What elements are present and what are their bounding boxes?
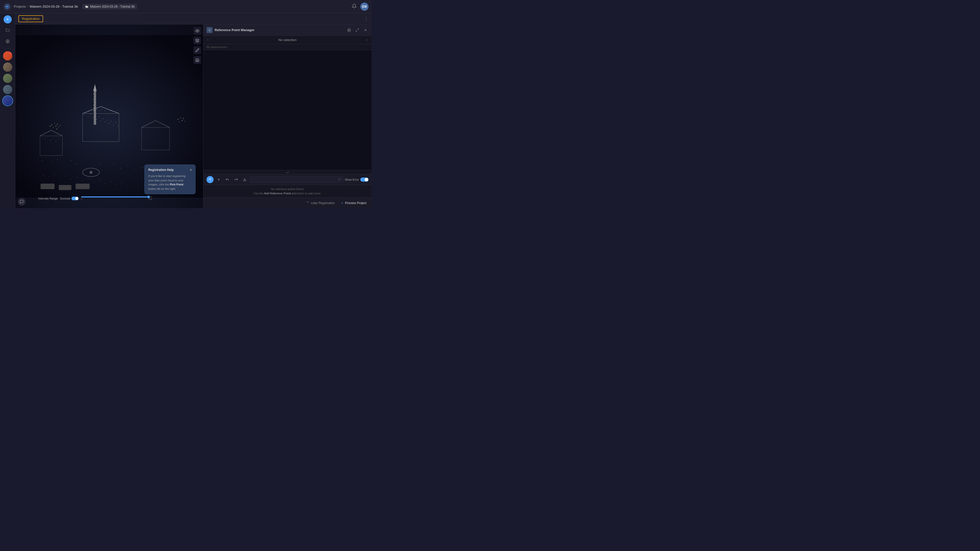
viewer-toolbar xyxy=(193,27,201,64)
selection-prev-button[interactable]: ← xyxy=(207,38,210,42)
svg-point-39 xyxy=(92,118,93,118)
svg-point-55 xyxy=(94,102,95,103)
svg-point-136 xyxy=(133,136,133,136)
sidebar-project-2[interactable] xyxy=(3,62,12,72)
rpm-expand-button[interactable] xyxy=(354,27,360,33)
notification-bell[interactable] xyxy=(352,3,357,10)
rpm-redo-button[interactable] xyxy=(232,176,240,183)
eye-tool-button[interactable] xyxy=(193,27,201,35)
rpm-undo-button[interactable] xyxy=(224,176,231,183)
svg-point-123 xyxy=(59,138,59,139)
svg-point-105 xyxy=(50,125,51,127)
svg-point-67 xyxy=(110,110,111,111)
svg-point-138 xyxy=(138,137,139,138)
exclude-toggle[interactable]: Exclude xyxy=(60,197,78,200)
breadcrumb-current: Malvern 2024-03-26 - Tutorial 3b xyxy=(30,5,78,8)
svg-point-75 xyxy=(71,179,72,179)
sidebar-globe-icon[interactable] xyxy=(3,37,12,46)
process-project-button[interactable]: ✓ Process Project xyxy=(339,200,368,206)
rpm-header: Reference Point Manager xyxy=(204,24,372,36)
sidebar-project-1[interactable]: 1 xyxy=(3,51,12,60)
lidar-registration-button[interactable]: Lidar Registration xyxy=(304,200,336,206)
svg-line-159 xyxy=(340,180,340,181)
add-project-button[interactable]: + xyxy=(3,15,12,24)
main-layout: + 1 Registration xyxy=(0,13,372,208)
intensity-thumb-right[interactable] xyxy=(147,196,150,198)
rpm-add-button[interactable] xyxy=(215,176,222,183)
pencil-tool-button[interactable] xyxy=(193,46,201,54)
rpm-panel: Reference Point Manager xyxy=(203,24,372,208)
svg-point-45 xyxy=(105,122,105,122)
svg-point-58 xyxy=(94,110,94,111)
svg-point-76 xyxy=(76,177,77,178)
project-tab[interactable]: Malvern 2024-03-26 - Tutorial 3b xyxy=(83,4,137,10)
sidebar-badge-1: 1 xyxy=(9,51,12,54)
viewer-panel[interactable]: Registration Help ▾ If you'd like to sta… xyxy=(15,24,203,208)
svg-point-119 xyxy=(47,137,48,138)
reg-help-title: Registration Help xyxy=(148,168,173,171)
sidebar-project-3[interactable] xyxy=(3,74,12,83)
intensity-slider[interactable]: 0 255 xyxy=(81,197,152,200)
rpm-print-button[interactable] xyxy=(346,27,352,33)
selection-bar: ← No selection → xyxy=(204,36,372,44)
svg-point-135 xyxy=(85,133,86,134)
svg-point-79 xyxy=(94,182,94,183)
app-logo[interactable] xyxy=(3,3,11,11)
rpm-icon xyxy=(207,27,213,33)
svg-point-17 xyxy=(120,168,121,168)
svg-point-158 xyxy=(338,179,340,181)
svg-point-51 xyxy=(118,126,118,126)
user-avatar[interactable]: EM xyxy=(360,3,369,11)
show-error-toggle[interactable] xyxy=(360,178,369,182)
svg-point-1 xyxy=(6,6,8,7)
sidebar: + 1 xyxy=(0,13,15,208)
rpm-download-button[interactable] xyxy=(241,176,248,183)
svg-point-108 xyxy=(177,119,178,120)
sidebar-folder-icon[interactable] xyxy=(3,25,12,35)
breadcrumb: Projects / Malvern 2024-03-26 - Tutorial… xyxy=(14,5,78,8)
svg-marker-149 xyxy=(196,39,199,41)
svg-rect-151 xyxy=(348,30,350,32)
breadcrumb-separator: / xyxy=(27,5,28,8)
selection-next-button[interactable]: → xyxy=(365,38,369,42)
sidebar-project-5[interactable] xyxy=(3,96,12,105)
content-area: Registration ⋮ xyxy=(15,13,372,208)
exclude-label: Exclude xyxy=(60,197,70,200)
rpm-camera-button[interactable] xyxy=(207,176,213,183)
svg-point-112 xyxy=(183,118,184,119)
intensity-label: Intensity Range xyxy=(38,197,58,200)
sidebar-project-4[interactable] xyxy=(3,85,12,94)
checkmark-icon: ✓ xyxy=(341,201,344,205)
registration-tab[interactable]: Registration xyxy=(18,15,43,22)
svg-point-85 xyxy=(127,186,127,187)
svg-point-98 xyxy=(89,171,92,174)
rpm-status: No reference points found. Use the Add R… xyxy=(204,185,372,197)
rpm-search-input[interactable] xyxy=(250,176,343,183)
svg-point-13 xyxy=(94,165,94,165)
expand-handle[interactable] xyxy=(204,170,372,174)
no-points-suffix: button to add some. xyxy=(296,192,321,195)
svg-point-68 xyxy=(113,111,114,111)
home-tool-button[interactable] xyxy=(193,56,201,64)
intensity-track xyxy=(81,197,152,197)
svg-point-80 xyxy=(99,179,100,180)
svg-point-150 xyxy=(209,30,210,30)
svg-point-41 xyxy=(96,119,97,119)
reg-help-chevron[interactable]: ▾ xyxy=(190,168,192,172)
breadcrumb-root[interactable]: Projects xyxy=(14,5,26,8)
sidebar-divider xyxy=(4,48,11,49)
svg-point-59 xyxy=(88,110,89,111)
add-reference-points-highlight: Add Reference Points (+) xyxy=(264,192,296,195)
svg-point-130 xyxy=(71,133,72,133)
more-options-button[interactable]: ⋮ xyxy=(364,16,369,22)
svg-point-47 xyxy=(109,123,110,124)
show-error-label: Show Error xyxy=(345,178,359,181)
rpm-close-button[interactable] xyxy=(363,27,369,33)
svg-point-140 xyxy=(144,138,145,138)
exclude-toggle-switch[interactable] xyxy=(72,197,79,200)
layers-tool-button[interactable] xyxy=(193,37,201,44)
chat-button[interactable] xyxy=(18,198,25,206)
svg-point-35 xyxy=(84,114,84,115)
svg-point-48 xyxy=(111,121,112,122)
svg-point-38 xyxy=(90,114,91,114)
